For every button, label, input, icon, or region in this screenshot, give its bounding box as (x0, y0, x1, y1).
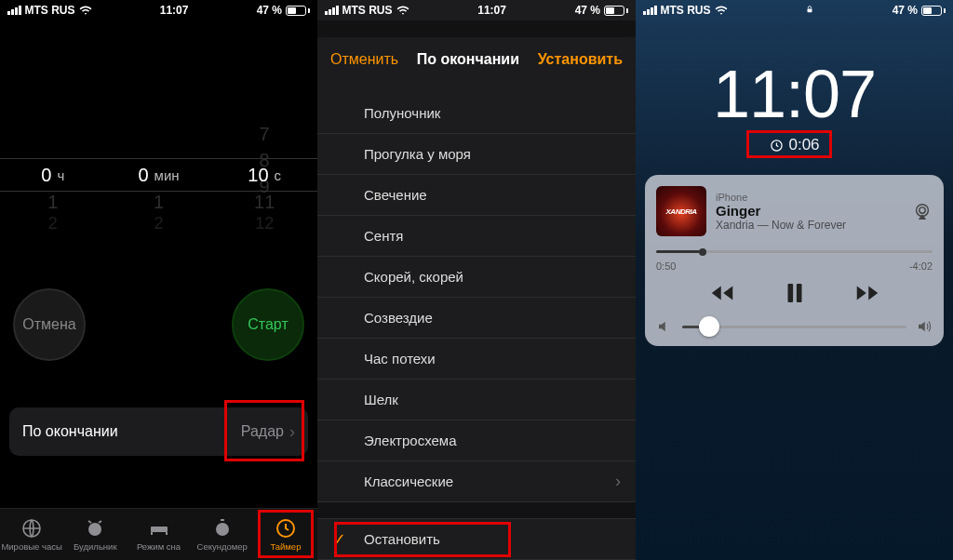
scrubber[interactable] (656, 246, 933, 259)
lock-clock: 11:07 (636, 56, 953, 132)
media-player: XANDRIA iPhone Ginger Xandria — Now & Fo… (645, 175, 944, 346)
sound-item[interactable]: Час потехи (317, 339, 636, 380)
rewind-icon[interactable] (708, 279, 736, 307)
status-bar: MTS RUS 11:07 47 % (0, 0, 317, 20)
stopwatch-icon (211, 517, 234, 540)
sound-item[interactable]: Прогулка у моря (317, 134, 636, 175)
lock-screen: MTS RUS 47 % 11:07 0:06 XANDRIA iPhone G… (636, 0, 953, 560)
svg-rect-12 (787, 284, 793, 302)
album-art[interactable]: XANDRIA (656, 186, 706, 236)
start-button[interactable]: Старт (232, 288, 304, 361)
volume-slider[interactable] (682, 326, 906, 328)
battery-icon (921, 6, 946, 16)
timer-remaining[interactable]: 0:06 (769, 136, 819, 154)
signal-icon (7, 6, 21, 15)
sheet-title: По окончании (417, 51, 519, 68)
status-bar: MTS RUS 11:07 47 % (317, 0, 636, 20)
sound-item[interactable]: Сентя (317, 216, 636, 257)
globe-icon (20, 517, 43, 540)
timer-screen: MTS RUS 11:07 47 % 7 8 9 0ч 0мин 10с 1 1… (0, 0, 317, 560)
track-title: Ginger (716, 203, 903, 219)
sound-item-classic[interactable]: Классические› (317, 461, 636, 502)
svg-rect-3 (151, 532, 153, 535)
tab-bar: Мировые часы Будильник Режим сна Секундо… (0, 508, 317, 560)
svg-point-1 (88, 523, 101, 536)
signal-icon (325, 6, 339, 15)
svg-rect-13 (796, 284, 801, 302)
battery-icon (286, 6, 310, 16)
sheet-set-button[interactable]: Установить (538, 51, 623, 68)
tab-alarm[interactable]: Будильник (63, 509, 127, 560)
svg-point-5 (216, 523, 229, 536)
chevron-right-icon: › (289, 422, 295, 442)
picker-selected-row: 0ч 0мин 10с (0, 158, 317, 192)
sound-item[interactable]: Шелк (317, 380, 636, 420)
end-label: По окончании (22, 423, 118, 440)
svg-rect-2 (151, 527, 168, 532)
pause-icon[interactable] (781, 279, 809, 307)
alarm-icon (84, 517, 106, 540)
wifi-icon (396, 4, 409, 17)
timer-icon (275, 517, 297, 540)
tab-world-clock[interactable]: Мировые часы (0, 509, 63, 560)
volume-high-icon (916, 318, 933, 335)
sound-item[interactable]: Созвездие (317, 298, 636, 339)
status-bar: MTS RUS 47 % (636, 0, 953, 20)
track-album: Xandria — Now & Forever (716, 219, 903, 232)
end-value: Радар (241, 423, 284, 440)
lock-icon (805, 4, 814, 15)
sheet-cancel-button[interactable]: Отменить (330, 51, 398, 68)
chevron-right-icon: › (615, 472, 621, 491)
sound-sheet: MTS RUS 11:07 47 % Отменить По окончании… (317, 0, 636, 560)
carrier-label: MTS RUS (25, 4, 75, 17)
elapsed-time: 0:50 (656, 260, 676, 272)
sound-item[interactable]: Электросхема (317, 420, 636, 461)
sound-item[interactable]: Свечение (317, 175, 636, 216)
wifi-icon (715, 4, 728, 17)
sound-list[interactable]: Полуночник Прогулка у моря Свечение Сент… (317, 93, 636, 560)
wifi-icon (79, 4, 92, 17)
volume-low-icon (656, 318, 673, 335)
battery-icon (604, 6, 628, 16)
check-icon: ✓ (332, 529, 346, 550)
tab-stopwatch[interactable]: Секундомер (191, 509, 254, 560)
signal-icon (643, 6, 657, 15)
svg-rect-6 (221, 519, 224, 521)
forward-icon[interactable] (853, 279, 881, 307)
player-source: iPhone (716, 192, 903, 203)
tab-sleep[interactable]: Режим сна (127, 509, 190, 560)
sound-item[interactable]: Скорей, скорей (317, 257, 636, 298)
sheet-header: Отменить По окончании Установить (317, 37, 636, 82)
svg-rect-8 (808, 8, 812, 12)
when-timer-ends-row[interactable]: По окончании Радар › (9, 407, 308, 456)
tab-timer[interactable]: Таймер (254, 509, 317, 560)
battery-pct: 47 % (257, 4, 282, 17)
cancel-button[interactable]: Отмена (13, 288, 86, 361)
timer-icon (769, 139, 783, 153)
svg-point-11 (919, 207, 925, 213)
status-time: 11:07 (92, 4, 257, 17)
sound-item[interactable]: Полуночник (317, 93, 636, 134)
airplay-icon[interactable] (912, 201, 933, 221)
sound-item-stop[interactable]: ✓ Остановить (317, 519, 636, 560)
remaining-time: -4:02 (909, 260, 933, 272)
svg-rect-4 (166, 532, 168, 535)
bed-icon (148, 517, 170, 540)
